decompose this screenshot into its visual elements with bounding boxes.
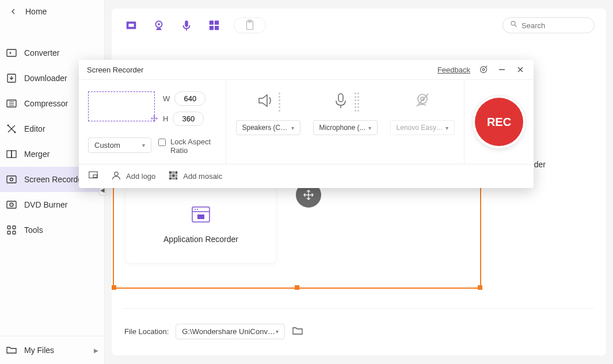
level-meter-icon xyxy=(355,93,359,112)
svg-rect-24 xyxy=(210,26,214,30)
svg-rect-49 xyxy=(169,174,172,177)
pip-button[interactable] xyxy=(88,170,98,182)
dialog-titlebar: Screen Recorder Feedback xyxy=(79,60,534,80)
recorder-tile-label-truncated: der xyxy=(534,160,546,169)
application-window-icon xyxy=(191,206,211,225)
tool-apps[interactable] xyxy=(206,17,222,33)
add-mosaic-button[interactable]: Add mosaic xyxy=(168,170,222,182)
dvd-burner-icon xyxy=(6,199,17,210)
svg-point-45 xyxy=(115,172,118,175)
sidebar-item-label: Editor xyxy=(24,124,45,133)
sidebar-item-dvd-burner[interactable]: DVD Burner xyxy=(0,192,104,217)
sidebar-item-label: Screen Recorder xyxy=(24,175,85,184)
sidebar-item-label: DVD Burner xyxy=(24,200,67,209)
svg-point-33 xyxy=(197,209,198,210)
sidebar-item-label: Tools xyxy=(24,225,43,235)
open-folder-button[interactable] xyxy=(292,325,303,338)
close-button[interactable] xyxy=(515,64,526,75)
screen-recorder-icon xyxy=(6,174,17,185)
sidebar-item-label: Merger xyxy=(24,150,50,159)
svg-rect-54 xyxy=(176,178,178,180)
minimize-button[interactable] xyxy=(497,64,507,75)
my-files-button[interactable]: My Files ▶ xyxy=(0,336,104,364)
record-button[interactable]: REC xyxy=(475,98,523,146)
tool-screen-record[interactable] xyxy=(123,17,139,33)
width-input[interactable] xyxy=(174,91,205,106)
file-location-select[interactable]: G:\Wondershare UniConverter ▾ xyxy=(176,324,285,339)
svg-rect-15 xyxy=(13,231,16,234)
dialog-title: Screen Recorder xyxy=(87,66,143,74)
camera-device-select[interactable]: Lenovo EasyC... ▾ xyxy=(390,120,455,135)
merger-icon xyxy=(6,148,17,160)
search-input[interactable] xyxy=(521,21,587,30)
move-icon xyxy=(150,114,159,125)
record-label: REC xyxy=(487,116,511,129)
svg-rect-44 xyxy=(93,175,97,178)
webcam-disabled-icon[interactable] xyxy=(413,91,432,112)
chevron-right-icon: ▶ xyxy=(94,347,98,354)
tool-webcam[interactable] xyxy=(151,17,167,33)
toolbar xyxy=(123,14,595,36)
editor-icon xyxy=(6,123,17,135)
svg-rect-13 xyxy=(13,226,16,229)
svg-point-4 xyxy=(14,132,16,133)
home-label: Home xyxy=(25,7,47,16)
file-location-row: File Location: G:\Wondershare UniConvert… xyxy=(124,308,593,339)
dialog-footer: Add logo Add mosaic xyxy=(79,164,534,188)
svg-rect-38 xyxy=(338,94,343,102)
application-recorder-tile[interactable]: Application Recorder xyxy=(126,187,276,263)
svg-point-8 xyxy=(10,178,13,181)
back-icon xyxy=(8,6,20,17)
svg-rect-50 xyxy=(173,174,176,177)
my-files-label: My Files xyxy=(24,346,54,355)
svg-line-29 xyxy=(515,25,517,27)
svg-rect-47 xyxy=(173,171,176,174)
svg-rect-7 xyxy=(7,176,16,183)
speaker-device-select[interactable]: Speakers (Con... ▾ xyxy=(236,120,300,135)
tile-label: Application Recorder xyxy=(163,235,238,244)
height-input[interactable] xyxy=(173,112,204,126)
svg-point-40 xyxy=(418,94,427,104)
search-box[interactable] xyxy=(502,17,595,33)
sidebar-item-tools[interactable]: Tools xyxy=(0,217,104,243)
level-meter-icon xyxy=(279,93,280,112)
speaker-device-value: Speakers (Con... xyxy=(242,124,291,132)
chevron-down-icon: ▾ xyxy=(276,328,279,335)
svg-rect-22 xyxy=(210,21,214,25)
add-logo-button[interactable]: Add logo xyxy=(111,170,155,182)
svg-rect-12 xyxy=(7,226,10,229)
svg-point-19 xyxy=(158,23,160,25)
mic-device-value: Microphone (... xyxy=(319,124,365,132)
mosaic-icon xyxy=(168,170,178,182)
mic-device-select[interactable]: Microphone (... ▾ xyxy=(313,120,378,135)
feedback-link[interactable]: Feedback xyxy=(437,66,470,74)
user-icon xyxy=(111,170,121,182)
folder-icon xyxy=(6,344,17,356)
settings-icon[interactable] xyxy=(478,64,489,75)
svg-rect-51 xyxy=(176,174,178,177)
lock-aspect-input[interactable] xyxy=(158,139,166,146)
svg-point-36 xyxy=(482,68,485,71)
home-button[interactable]: Home xyxy=(0,0,104,23)
tool-clipboard[interactable] xyxy=(234,17,266,33)
speaker-icon[interactable] xyxy=(256,91,274,112)
region-mode-value: Custom xyxy=(94,141,120,150)
chevron-down-icon: ▾ xyxy=(368,125,371,131)
svg-rect-48 xyxy=(176,171,178,174)
tools-icon xyxy=(6,224,17,236)
svg-rect-53 xyxy=(173,178,176,180)
chevron-down-icon: ▾ xyxy=(291,125,294,131)
chevron-down-icon: ▾ xyxy=(142,142,145,148)
region-mode-select[interactable]: Custom ▾ xyxy=(88,137,151,153)
pip-icon xyxy=(88,170,98,182)
svg-point-32 xyxy=(195,209,196,210)
converter-icon xyxy=(6,47,17,59)
camera-device-value: Lenovo EasyC... xyxy=(397,124,446,132)
tool-audio[interactable] xyxy=(178,17,195,33)
lock-aspect-checkbox[interactable]: Lock Aspect Ratio xyxy=(158,137,216,155)
microphone-icon[interactable] xyxy=(332,91,350,112)
svg-rect-52 xyxy=(169,178,172,180)
region-preview[interactable] xyxy=(88,91,155,121)
downloader-icon xyxy=(6,72,17,84)
sidebar-item-label: Downloader xyxy=(24,74,67,83)
